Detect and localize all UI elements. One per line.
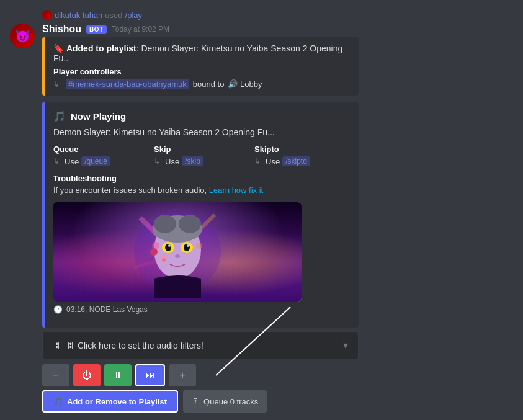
skip-label: Skip (154, 145, 249, 154)
thumbnail-container: 🕐 03:16, NODE Las Vegas (53, 202, 350, 314)
gold-emoji: 🔖 (53, 43, 66, 53)
svg-point-13 (187, 244, 189, 247)
svg-point-16 (161, 256, 163, 259)
troubleshooting-p: If you encounter issues such broken audi… (53, 185, 350, 195)
skip-curve-icon: ↳ (154, 157, 160, 166)
player-controllers-label: Player controllers (53, 67, 350, 76)
thumbnail-face (53, 202, 302, 302)
queue-icon: 🎚 (192, 397, 200, 406)
skipto-cmd[interactable]: /skipto (282, 156, 310, 166)
svg-point-19 (196, 243, 202, 249)
track-name: Demon Slayer: Kimetsu no Yaiba Season 2 … (53, 127, 350, 137)
now-playing-header: 🎵 Now Playing (53, 110, 350, 122)
svg-point-14 (175, 254, 180, 258)
added-to-playlist-text: 🔖 Added to playlist: Demon Slayer: Kimet… (53, 43, 350, 63)
message-body: Shishou BOT Today at 9:02 PM 🔖 Added to … (42, 24, 513, 413)
queue-curve-icon: ↳ (53, 157, 60, 166)
commands-grid: Queue ↳ Use /queue Skip ↳ Use /skip (53, 145, 350, 166)
troubleshooting-text: If you encounter issues such broken audi… (53, 185, 207, 195)
pause-button[interactable]: ⏸ (104, 364, 132, 386)
used-line: dikutuk tuhan used /play (10, 10, 513, 20)
clock-icon: 🕐 (53, 305, 63, 314)
svg-point-17 (164, 256, 166, 258)
skipto-cmd-row: ↳ Use /skipto (254, 156, 350, 166)
playlist-button[interactable]: 🎵 Add or Remove to Playlist (42, 390, 178, 413)
voice-channel: 🔊 Lobby (228, 79, 262, 89)
embed-now-playing: 🎵 Now Playing Demon Slayer: Kimetsu no Y… (42, 102, 359, 328)
embed-added-to-playlist: 🔖 Added to playlist: Demon Slayer: Kimet… (42, 37, 359, 96)
skip-button[interactable]: ⏭ (135, 364, 165, 386)
learn-link[interactable]: Learn how fix it (209, 185, 263, 195)
troubleshooting-section: Troubleshooting If you encounter issues … (53, 174, 350, 195)
username-link[interactable]: dikutuk tuhan (55, 11, 102, 20)
svg-point-7 (179, 215, 201, 233)
queue-label: Queue (53, 145, 149, 154)
skipto-section: Skipto ↳ Use /skipto (254, 145, 350, 166)
duration-text: 03:16, NODE Las Vegas (66, 305, 148, 314)
playlist-icon: 🎵 (53, 397, 63, 406)
music-icon: 🎵 (53, 110, 66, 122)
character-illustration (128, 205, 227, 298)
filter-label: 🎛 Click here to set the audio filters! (66, 341, 203, 351)
skipto-label: Skipto (254, 145, 350, 154)
troubleshooting-label: Troubleshooting (53, 174, 350, 183)
power-button[interactable]: ⏻ (73, 364, 101, 386)
channel-mention[interactable]: #memek-sunda-bau-obatnyamuk (66, 79, 189, 89)
avatar-emoji: 😈 (15, 29, 30, 43)
filter-icon: 🎛 (53, 341, 61, 351)
svg-point-6 (154, 215, 176, 233)
channel-row: ↳ #memek-sunda-bau-obatnyamuk bound to 🔊… (53, 79, 350, 89)
avatar-small (42, 10, 52, 20)
playlist-btn-label: Add or Remove to Playlist (67, 397, 167, 406)
avatar: 😈 (10, 24, 35, 48)
audio-filter-text: 🎛 🎛 Click here to set the audio filters! (53, 341, 203, 351)
queue-cmd-row: ↳ Use /queue (53, 156, 149, 166)
now-playing-title: Now Playing (71, 111, 126, 122)
controls-row: − ⏻ ⏸ ⏭ + (42, 364, 359, 386)
queue-cmd[interactable]: /queue (81, 156, 110, 166)
queue-btn-label: Queue 0 tracks (203, 397, 258, 406)
command-text: /play (125, 11, 142, 20)
bot-name: Shishou (42, 24, 81, 35)
skipto-curve-icon: ↳ (254, 157, 261, 166)
skip-cmd[interactable]: /skip (182, 156, 203, 166)
chevron-down-icon: ▾ (343, 339, 348, 351)
used-text: used (105, 11, 122, 20)
queue-section: Queue ↳ Use /queue (53, 145, 149, 166)
skip-section: Skip ↳ Use /skip (154, 145, 249, 166)
queue-tracks-button[interactable]: 🎚 Queue 0 tracks (183, 390, 267, 413)
reply-curve-icon: ↳ (53, 80, 60, 89)
duration-row: 🕐 03:16, NODE Las Vegas (53, 305, 350, 314)
audio-filter-bar[interactable]: 🎛 🎛 Click here to set the audio filters!… (42, 331, 359, 359)
svg-point-20 (150, 248, 158, 256)
chat-area: dikutuk tuhan used /play 😈 Shishou BOT T… (0, 0, 523, 420)
bottom-row: 🎵 Add or Remove to Playlist 🎚 Queue 0 tr… (42, 390, 359, 413)
bound-to-text: bound to (193, 79, 225, 89)
minus-button[interactable]: − (42, 364, 69, 386)
svg-point-12 (168, 244, 171, 247)
thumbnail (53, 202, 302, 302)
timestamp: Today at 9:02 PM (112, 25, 169, 34)
plus-button[interactable]: + (169, 364, 196, 386)
added-label: Added to playlist (66, 43, 136, 53)
name-row: Shishou BOT Today at 9:02 PM (42, 24, 513, 35)
bot-badge: BOT (86, 25, 107, 34)
message-row: 😈 Shishou BOT Today at 9:02 PM 🔖 Added t… (10, 24, 513, 413)
svg-point-15 (162, 258, 166, 262)
skip-cmd-row: ↳ Use /skip (154, 156, 249, 166)
